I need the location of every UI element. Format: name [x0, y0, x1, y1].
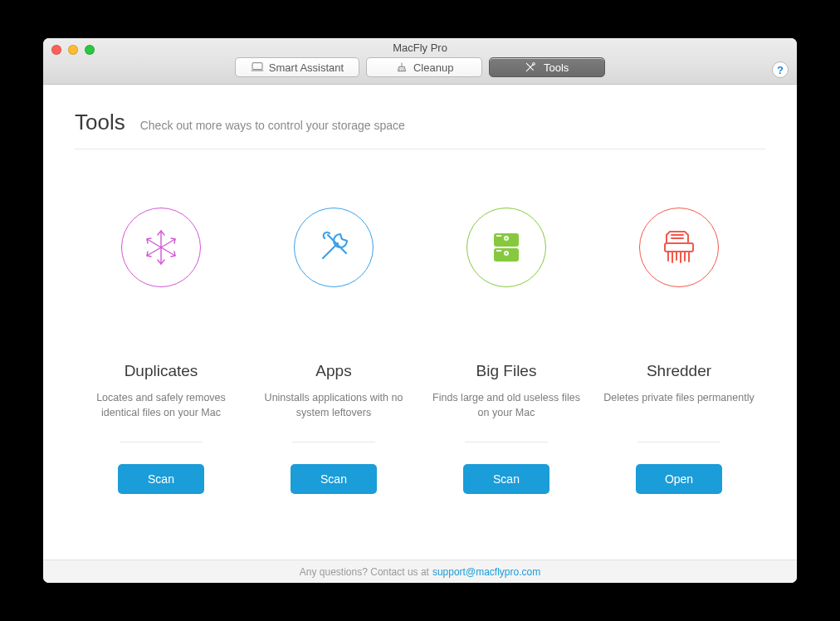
divider: [120, 442, 203, 443]
shredder-open-button[interactable]: Open: [636, 464, 722, 494]
duplicates-scan-button[interactable]: Scan: [118, 464, 204, 494]
tab-smart-assistant[interactable]: Smart Assistant: [235, 57, 359, 77]
card-title: Duplicates: [125, 362, 198, 380]
tool-card-duplicates: DuplicatesLocates and safely removes ide…: [75, 208, 247, 560]
tool-card-apps: AppsUninstalls applications with no syst…: [247, 208, 420, 560]
page-title: Tools: [75, 110, 125, 135]
tools-icon: [525, 61, 539, 73]
wrench-icon: [313, 227, 354, 268]
apps-icon-circle: [294, 208, 374, 287]
zoom-window-button[interactable]: [85, 45, 95, 55]
tab-label: Smart Assistant: [269, 61, 344, 74]
card-description: Deletes private files permanently: [603, 390, 754, 423]
tab-label: Tools: [544, 61, 569, 74]
tools-grid: DuplicatesLocates and safely removes ide…: [75, 149, 765, 560]
duplicates-icon-circle: [121, 208, 201, 287]
drawer-icon: [486, 227, 527, 268]
footer: Any questions? Contact us at support@mac…: [43, 560, 797, 583]
card-title: Apps: [315, 362, 351, 380]
tab-label: Cleanup: [413, 61, 453, 74]
window-title: MacFly Pro: [393, 42, 447, 54]
bigfiles-icon-circle: [466, 208, 546, 287]
help-button[interactable]: ?: [772, 61, 789, 78]
content-area: Tools Check out more ways to control you…: [43, 85, 797, 560]
card-description: Uninstalls applications with no system l…: [256, 390, 412, 423]
shredder-icon: [658, 227, 700, 268]
card-description: Locates and safely removes identical fil…: [83, 390, 239, 423]
page-subtitle: Check out more ways to control your stor…: [140, 119, 405, 132]
tool-card-shredder: ShredderDeletes private files permanentl…: [593, 208, 765, 560]
tab-tools[interactable]: Tools: [489, 57, 605, 77]
divider: [465, 442, 548, 443]
laptop-icon: [251, 61, 264, 73]
app-window: MacFly Pro Smart Assistant Cleanup: [43, 38, 797, 583]
bigfiles-scan-button[interactable]: Scan: [463, 464, 549, 494]
support-link[interactable]: support@macflypro.com: [432, 566, 540, 578]
footer-text: Any questions? Contact us at: [300, 566, 429, 578]
svg-rect-0: [252, 63, 262, 70]
page-header: Tools Check out more ways to control you…: [75, 110, 765, 149]
card-title: Shredder: [647, 362, 711, 380]
close-window-button[interactable]: [51, 45, 61, 55]
divider: [292, 442, 375, 443]
apps-scan-button[interactable]: Scan: [291, 464, 377, 494]
card-title: Big Files: [476, 362, 537, 380]
card-description: Finds large and old useless files on you…: [428, 390, 584, 423]
minimize-window-button[interactable]: [68, 45, 78, 55]
snowflake-icon: [140, 227, 182, 268]
window-controls: [51, 45, 95, 55]
svg-point-1: [533, 63, 535, 66]
main-tabs: Smart Assistant Cleanup Tools: [235, 57, 605, 77]
titlebar: MacFly Pro Smart Assistant Cleanup: [43, 38, 797, 85]
tab-cleanup[interactable]: Cleanup: [366, 57, 482, 77]
shredder-icon-circle: [639, 208, 719, 287]
divider: [637, 442, 720, 443]
broom-icon: [395, 61, 408, 73]
tool-card-bigfiles: Big FilesFinds large and old useless fil…: [420, 208, 593, 560]
